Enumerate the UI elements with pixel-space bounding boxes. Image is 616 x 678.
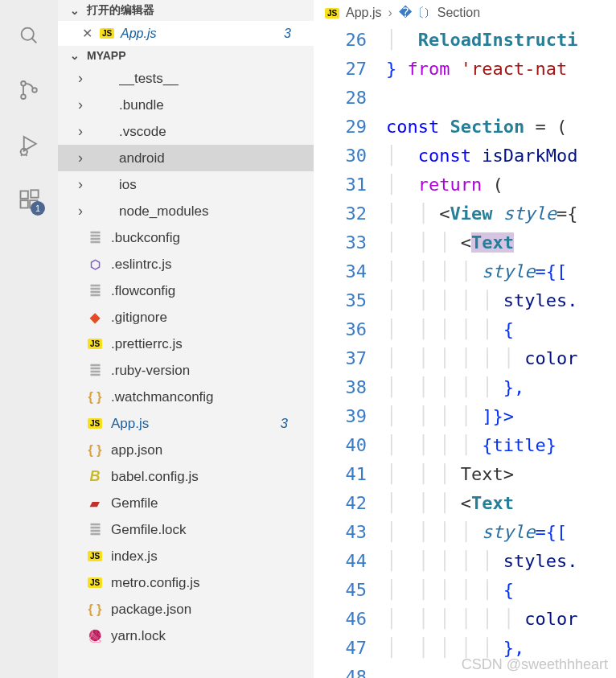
tree-item-label: package.json — [111, 602, 304, 618]
breadcrumb-symbol[interactable]: Section — [437, 6, 480, 20]
breadcrumb[interactable]: JS App.js › �〔⟯ Section — [314, 0, 616, 26]
watermark: CSDN @sweethhheart — [462, 656, 608, 673]
code-line[interactable]: │ │ │ <Text — [386, 228, 616, 257]
code-line[interactable]: │ │ │ │ style={[ — [386, 257, 616, 286]
close-icon[interactable]: ✕ — [80, 26, 93, 41]
tree-item-label: .vscode — [119, 124, 304, 140]
code-area[interactable]: 2627282930313233343536373839404142434445… — [314, 26, 616, 678]
file-item[interactable]: ≣.flowconfig — [58, 277, 314, 304]
code-line[interactable]: │ ReloadInstructi — [386, 26, 616, 55]
svg-point-4 — [32, 88, 37, 92]
folder-item[interactable]: ›android — [58, 145, 314, 171]
code-line[interactable]: │ │ │ │ │ }, — [386, 373, 616, 402]
file-item[interactable]: ≣.buckconfig — [58, 224, 314, 251]
line-number: 28 — [314, 84, 367, 113]
js-icon: JS — [87, 577, 103, 588]
code-line[interactable]: │ │ │ │ style={[ — [386, 518, 616, 547]
code-line[interactable]: │ │ │ <Text — [386, 489, 616, 518]
line-number: 37 — [314, 344, 367, 373]
svg-point-3 — [21, 94, 26, 99]
file-item[interactable]: ⬡.eslintrc.js — [58, 251, 314, 277]
line-number: 30 — [314, 142, 367, 171]
folder-item[interactable]: ›ios — [58, 171, 314, 198]
line-number: 40 — [314, 431, 367, 460]
folder-item[interactable]: ›node_modules — [58, 198, 314, 224]
tree-item-label: app.json — [111, 442, 304, 458]
code-line[interactable]: │ │ │ │ │ styles. — [386, 286, 616, 315]
run-debug-icon[interactable] — [16, 132, 42, 158]
file-item[interactable]: ◆.gitignore — [58, 304, 314, 331]
breadcrumb-file[interactable]: App.js — [346, 6, 381, 20]
code-line[interactable] — [386, 84, 616, 113]
open-editors-header[interactable]: ⌄ 打开的编辑器 — [58, 0, 314, 21]
tree-item-label: .ruby-version — [111, 363, 304, 379]
extensions-badge: 1 — [31, 201, 45, 216]
symbol-icon: �〔⟯ — [399, 5, 431, 22]
activity-bar: 1 — [0, 0, 58, 678]
tree-item-label: .gitignore — [111, 310, 304, 326]
code[interactable]: │ ReloadInstructi} from 'react-natconst … — [386, 26, 616, 678]
code-line[interactable]: │ │ <View style={ — [386, 199, 616, 228]
file-item[interactable]: Bbabel.config.js — [58, 463, 314, 490]
file-item[interactable]: { }package.json — [58, 596, 314, 623]
line-number: 29 — [314, 113, 367, 142]
code-line[interactable]: │ │ │ │ ]}> — [386, 402, 616, 431]
git-icon: ◆ — [87, 310, 103, 325]
line-number: 47 — [314, 634, 367, 663]
code-line[interactable]: │ │ │ │ │ { — [386, 315, 616, 344]
file-item[interactable]: { }app.json — [58, 437, 314, 463]
tree-item-label: yarn.lock — [111, 628, 304, 644]
sidebar: ⌄ 打开的编辑器 ✕ JS App.js 3 ⌄ MYAPP ›__tests_… — [58, 0, 314, 678]
search-icon[interactable] — [16, 23, 42, 48]
open-editor-item[interactable]: ✕ JS App.js 3 — [58, 21, 314, 46]
file-item[interactable]: JSmetro.config.js — [58, 569, 314, 596]
folder-root-header[interactable]: ⌄ MYAPP — [58, 46, 314, 65]
tree-item-label: .eslintrc.js — [111, 257, 304, 273]
svg-line-9 — [21, 155, 22, 156]
file-item[interactable]: JSApp.js3 — [58, 410, 314, 437]
code-line[interactable]: │ │ │ │ │ │ color — [386, 344, 616, 373]
tree-item-label: Gemfile — [111, 495, 304, 512]
gem-icon: ▰ — [87, 496, 103, 511]
code-line[interactable]: │ │ │ │ │ │ color — [386, 605, 616, 634]
chevron-right-icon: › — [388, 6, 392, 20]
file-item[interactable]: JSindex.js — [58, 543, 314, 569]
code-line[interactable]: │ │ │ │ │ { — [386, 576, 616, 605]
svg-line-1 — [32, 39, 37, 43]
file-item[interactable]: ▰Gemfile — [58, 490, 314, 516]
tree-item-label: __tests__ — [119, 71, 304, 87]
svg-line-10 — [26, 155, 27, 156]
code-line[interactable]: const Section = ( — [386, 113, 616, 142]
open-editors-label: 打开的编辑器 — [87, 3, 154, 18]
line-number: 46 — [314, 605, 367, 634]
js-icon: JS — [87, 418, 103, 429]
code-line[interactable]: │ │ │ Text> — [386, 460, 616, 489]
chevron-down-icon: ⌄ — [68, 4, 82, 17]
generic-icon: ≣ — [87, 229, 103, 247]
folder-item[interactable]: ›.vscode — [58, 118, 314, 145]
file-item[interactable]: { }.watchmanconfig — [58, 384, 314, 410]
code-line[interactable]: │ const isDarkMod — [386, 142, 616, 171]
file-item[interactable]: 🧶yarn.lock — [58, 623, 314, 649]
code-line[interactable]: │ │ │ │ {title} — [386, 431, 616, 460]
file-item[interactable]: JS.prettierrc.js — [58, 331, 314, 357]
chevron-right-icon: › — [74, 203, 87, 220]
folder-item[interactable]: ›.bundle — [58, 92, 314, 118]
tree-item-label: .watchmanconfig — [111, 389, 304, 405]
generic-icon: ≣ — [87, 521, 103, 539]
chevron-down-icon: ⌄ — [68, 49, 82, 62]
code-line[interactable]: │ │ │ │ │ styles. — [386, 547, 616, 576]
folder-item[interactable]: ›__tests__ — [58, 65, 314, 92]
code-line[interactable]: } from 'react-nat — [386, 55, 616, 84]
svg-rect-14 — [31, 190, 38, 197]
tree-item-label: .bundle — [119, 97, 304, 113]
js-icon: JS — [325, 8, 339, 18]
line-number: 33 — [314, 228, 367, 257]
file-item[interactable]: ≣Gemfile.lock — [58, 516, 314, 543]
source-control-icon[interactable] — [16, 77, 42, 103]
extensions-icon[interactable]: 1 — [16, 187, 42, 212]
svg-rect-11 — [21, 191, 28, 199]
file-item[interactable]: ≣.ruby-version — [58, 357, 314, 384]
code-line[interactable]: │ return ( — [386, 171, 616, 199]
tree-item-label: .flowconfig — [111, 283, 304, 299]
